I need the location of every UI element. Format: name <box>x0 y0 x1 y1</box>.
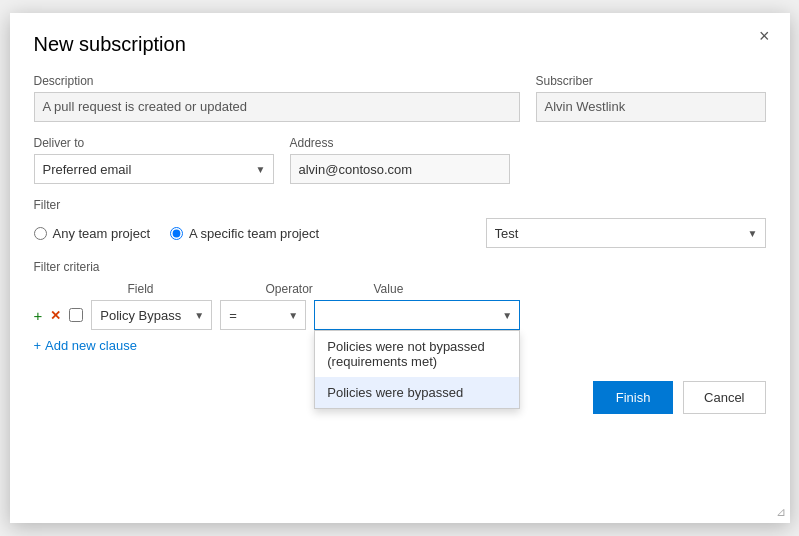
address-input[interactable] <box>290 154 510 184</box>
any-team-project-option[interactable]: Any team project <box>34 226 151 241</box>
cancel-button[interactable]: Cancel <box>683 381 765 414</box>
description-value: A pull request is created or updated <box>34 92 520 122</box>
add-criteria-icon[interactable]: + <box>34 307 43 324</box>
remove-criteria-icon[interactable]: ✕ <box>50 308 61 323</box>
any-team-project-label: Any team project <box>53 226 151 241</box>
any-team-project-radio[interactable] <box>34 227 47 240</box>
field-select-wrapper: Policy Bypass Created by Reviewed by Mer… <box>91 300 212 330</box>
operator-header: Operator <box>266 282 366 296</box>
project-select[interactable]: Test Project A Project B <box>486 218 766 248</box>
specific-team-project-radio[interactable] <box>170 227 183 240</box>
criteria-controls: + ✕ Policy Bypass Created by Reviewed by… <box>34 300 766 330</box>
criteria-checkbox[interactable] <box>69 308 83 322</box>
operator-select-wrapper: = != Contains ▼ <box>220 300 306 330</box>
value-dropdown-menu: Policies were not bypassed (requirements… <box>314 330 520 409</box>
resize-handle[interactable]: ⊿ <box>776 505 786 519</box>
deliver-to-label: Deliver to <box>34 136 274 150</box>
subscriber-label: Subscriber <box>536 74 766 88</box>
specific-team-project-label: A specific team project <box>189 226 319 241</box>
new-subscription-dialog: × New subscription Description A pull re… <box>10 13 790 523</box>
project-select-wrapper: Test Project A Project B ▼ <box>486 218 766 248</box>
address-label: Address <box>290 136 510 150</box>
dropdown-item-bypassed[interactable]: Policies were bypassed <box>315 377 519 408</box>
specific-team-project-option[interactable]: A specific team project <box>170 226 319 241</box>
filter-label: Filter <box>34 198 766 212</box>
value-input[interactable] <box>314 300 520 330</box>
add-new-clause-plus-icon: + <box>34 338 42 353</box>
field-select[interactable]: Policy Bypass Created by Reviewed by Mer… <box>91 300 212 330</box>
field-header: Field <box>128 282 258 296</box>
description-label: Description <box>34 74 520 88</box>
dropdown-item-not-bypassed[interactable]: Policies were not bypassed (requirements… <box>315 331 519 377</box>
deliver-to-select[interactable]: Preferred email Email SOAP Azure Service… <box>34 154 274 184</box>
filter-criteria-label: Filter criteria <box>34 260 766 274</box>
subscriber-value: Alvin Westlink <box>536 92 766 122</box>
criteria-header: Field Operator Value <box>34 282 766 296</box>
value-header: Value <box>374 282 766 296</box>
add-new-clause-label: Add new clause <box>45 338 137 353</box>
close-button[interactable]: × <box>753 25 776 47</box>
value-input-wrapper: ▼ Policies were not bypassed (requiremen… <box>314 300 520 330</box>
dialog-title: New subscription <box>34 33 766 56</box>
finish-button[interactable]: Finish <box>593 381 673 414</box>
operator-select[interactable]: = != Contains <box>220 300 306 330</box>
